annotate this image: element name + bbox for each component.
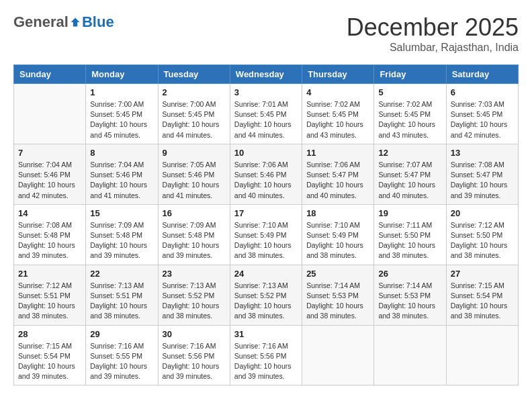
calendar-week-row: 1Sunrise: 7:00 AM Sunset: 5:45 PM Daylig… xyxy=(14,84,519,144)
day-number: 31 xyxy=(234,329,298,339)
day-number: 2 xyxy=(163,87,226,97)
day-number: 15 xyxy=(90,208,153,218)
day-number: 17 xyxy=(234,208,298,218)
cell-info: Sunrise: 7:10 AM Sunset: 5:49 PM Dayligh… xyxy=(306,220,369,261)
calendar-cell: 12Sunrise: 7:07 AM Sunset: 5:47 PM Dayli… xyxy=(374,144,446,204)
weekday-header: Saturday xyxy=(446,65,518,84)
cell-info: Sunrise: 7:12 AM Sunset: 5:50 PM Dayligh… xyxy=(451,220,514,261)
calendar-week-row: 28Sunrise: 7:15 AM Sunset: 5:54 PM Dayli… xyxy=(14,325,519,385)
calendar-cell: 3Sunrise: 7:01 AM Sunset: 5:45 PM Daylig… xyxy=(230,84,302,144)
calendar-cell: 11Sunrise: 7:06 AM Sunset: 5:47 PM Dayli… xyxy=(302,144,374,204)
cell-info: Sunrise: 7:16 AM Sunset: 5:55 PM Dayligh… xyxy=(90,341,153,382)
calendar-cell: 28Sunrise: 7:15 AM Sunset: 5:54 PM Dayli… xyxy=(14,325,86,385)
cell-info: Sunrise: 7:08 AM Sunset: 5:48 PM Dayligh… xyxy=(18,220,81,261)
cell-info: Sunrise: 7:04 AM Sunset: 5:46 PM Dayligh… xyxy=(18,160,81,201)
cell-info: Sunrise: 7:16 AM Sunset: 5:56 PM Dayligh… xyxy=(163,341,226,382)
calendar-cell: 9Sunrise: 7:05 AM Sunset: 5:46 PM Daylig… xyxy=(158,144,230,204)
day-number: 24 xyxy=(234,269,298,279)
cell-info: Sunrise: 7:05 AM Sunset: 5:46 PM Dayligh… xyxy=(163,160,226,201)
calendar-cell: 5Sunrise: 7:02 AM Sunset: 5:45 PM Daylig… xyxy=(374,84,446,144)
calendar-cell: 19Sunrise: 7:11 AM Sunset: 5:50 PM Dayli… xyxy=(374,204,446,265)
cell-info: Sunrise: 7:08 AM Sunset: 5:47 PM Dayligh… xyxy=(451,160,514,201)
cell-info: Sunrise: 7:15 AM Sunset: 5:54 PM Dayligh… xyxy=(18,341,81,382)
day-number: 21 xyxy=(18,269,81,279)
cell-info: Sunrise: 7:07 AM Sunset: 5:47 PM Dayligh… xyxy=(378,160,441,201)
weekday-header: Tuesday xyxy=(158,65,230,84)
cell-info: Sunrise: 7:14 AM Sunset: 5:53 PM Dayligh… xyxy=(306,281,369,322)
day-number: 28 xyxy=(18,329,81,339)
weekday-header: Sunday xyxy=(14,65,86,84)
calendar-cell xyxy=(374,325,446,385)
calendar-cell: 26Sunrise: 7:14 AM Sunset: 5:53 PM Dayli… xyxy=(374,265,446,325)
weekday-header: Thursday xyxy=(302,65,374,84)
cell-info: Sunrise: 7:13 AM Sunset: 5:52 PM Dayligh… xyxy=(234,281,298,322)
calendar-cell: 7Sunrise: 7:04 AM Sunset: 5:46 PM Daylig… xyxy=(14,144,86,204)
calendar-cell: 22Sunrise: 7:13 AM Sunset: 5:51 PM Dayli… xyxy=(86,265,158,325)
calendar-table: SundayMondayTuesdayWednesdayThursdayFrid… xyxy=(13,64,519,385)
calendar-cell: 15Sunrise: 7:09 AM Sunset: 5:48 PM Dayli… xyxy=(86,204,158,265)
day-number: 3 xyxy=(234,87,298,97)
cell-info: Sunrise: 7:09 AM Sunset: 5:48 PM Dayligh… xyxy=(163,220,226,261)
calendar-cell: 2Sunrise: 7:00 AM Sunset: 5:45 PM Daylig… xyxy=(158,84,230,144)
day-number: 16 xyxy=(163,208,226,218)
calendar-cell: 1Sunrise: 7:00 AM Sunset: 5:45 PM Daylig… xyxy=(86,84,158,144)
calendar-cell: 17Sunrise: 7:10 AM Sunset: 5:49 PM Dayli… xyxy=(230,204,302,265)
day-number: 12 xyxy=(378,148,441,158)
day-number: 4 xyxy=(306,87,369,97)
cell-info: Sunrise: 7:13 AM Sunset: 5:52 PM Dayligh… xyxy=(163,281,226,322)
calendar-cell: 24Sunrise: 7:13 AM Sunset: 5:52 PM Dayli… xyxy=(230,265,302,325)
cell-info: Sunrise: 7:04 AM Sunset: 5:46 PM Dayligh… xyxy=(90,160,153,201)
cell-info: Sunrise: 7:13 AM Sunset: 5:51 PM Dayligh… xyxy=(90,281,153,322)
calendar-cell: 30Sunrise: 7:16 AM Sunset: 5:56 PM Dayli… xyxy=(158,325,230,385)
calendar-cell: 21Sunrise: 7:12 AM Sunset: 5:51 PM Dayli… xyxy=(14,265,86,325)
calendar-cell: 18Sunrise: 7:10 AM Sunset: 5:49 PM Dayli… xyxy=(302,204,374,265)
cell-info: Sunrise: 7:16 AM Sunset: 5:56 PM Dayligh… xyxy=(234,341,298,382)
day-number: 10 xyxy=(234,148,298,158)
calendar-cell xyxy=(302,325,374,385)
cell-info: Sunrise: 7:06 AM Sunset: 5:46 PM Dayligh… xyxy=(234,160,298,201)
calendar-cell: 29Sunrise: 7:16 AM Sunset: 5:55 PM Dayli… xyxy=(86,325,158,385)
calendar-cell: 31Sunrise: 7:16 AM Sunset: 5:56 PM Dayli… xyxy=(230,325,302,385)
calendar-cell: 13Sunrise: 7:08 AM Sunset: 5:47 PM Dayli… xyxy=(446,144,518,204)
day-number: 8 xyxy=(90,148,153,158)
calendar-cell: 20Sunrise: 7:12 AM Sunset: 5:50 PM Dayli… xyxy=(446,204,518,265)
cell-info: Sunrise: 7:00 AM Sunset: 5:45 PM Dayligh… xyxy=(163,99,226,140)
cell-info: Sunrise: 7:00 AM Sunset: 5:45 PM Dayligh… xyxy=(90,99,153,140)
day-number: 18 xyxy=(306,208,369,218)
day-number: 13 xyxy=(451,148,514,158)
weekday-header: Wednesday xyxy=(230,65,302,84)
cell-info: Sunrise: 7:11 AM Sunset: 5:50 PM Dayligh… xyxy=(378,220,441,261)
cell-info: Sunrise: 7:01 AM Sunset: 5:45 PM Dayligh… xyxy=(234,99,298,140)
cell-info: Sunrise: 7:12 AM Sunset: 5:51 PM Dayligh… xyxy=(18,281,81,322)
weekday-header: Monday xyxy=(86,65,158,84)
logo: General Blue xyxy=(13,13,114,31)
calendar-cell: 10Sunrise: 7:06 AM Sunset: 5:46 PM Dayli… xyxy=(230,144,302,204)
page-header: General Blue December 2025 Salumbar, Raj… xyxy=(13,13,519,54)
day-number: 26 xyxy=(378,269,441,279)
calendar-cell: 25Sunrise: 7:14 AM Sunset: 5:53 PM Dayli… xyxy=(302,265,374,325)
location: Salumbar, Rajasthan, India xyxy=(347,42,519,54)
day-number: 11 xyxy=(306,148,369,158)
calendar-week-row: 21Sunrise: 7:12 AM Sunset: 5:51 PM Dayli… xyxy=(14,265,519,325)
calendar-cell xyxy=(14,84,86,144)
day-number: 14 xyxy=(18,208,81,218)
day-number: 27 xyxy=(451,269,514,279)
calendar-week-row: 7Sunrise: 7:04 AM Sunset: 5:46 PM Daylig… xyxy=(14,144,519,204)
logo-icon xyxy=(70,17,81,28)
calendar-cell: 23Sunrise: 7:13 AM Sunset: 5:52 PM Dayli… xyxy=(158,265,230,325)
day-number: 9 xyxy=(163,148,226,158)
title-block: December 2025 Salumbar, Rajasthan, India xyxy=(347,13,519,54)
cell-info: Sunrise: 7:10 AM Sunset: 5:49 PM Dayligh… xyxy=(234,220,298,261)
calendar-cell: 16Sunrise: 7:09 AM Sunset: 5:48 PM Dayli… xyxy=(158,204,230,265)
day-number: 25 xyxy=(306,269,369,279)
day-number: 5 xyxy=(378,87,441,97)
header-row: SundayMondayTuesdayWednesdayThursdayFrid… xyxy=(14,65,519,84)
weekday-header: Friday xyxy=(374,65,446,84)
cell-info: Sunrise: 7:06 AM Sunset: 5:47 PM Dayligh… xyxy=(306,160,369,201)
day-number: 1 xyxy=(90,87,153,97)
cell-info: Sunrise: 7:09 AM Sunset: 5:48 PM Dayligh… xyxy=(90,220,153,261)
day-number: 19 xyxy=(378,208,441,218)
calendar-cell: 6Sunrise: 7:03 AM Sunset: 5:45 PM Daylig… xyxy=(446,84,518,144)
day-number: 20 xyxy=(451,208,514,218)
calendar-cell: 27Sunrise: 7:15 AM Sunset: 5:54 PM Dayli… xyxy=(446,265,518,325)
